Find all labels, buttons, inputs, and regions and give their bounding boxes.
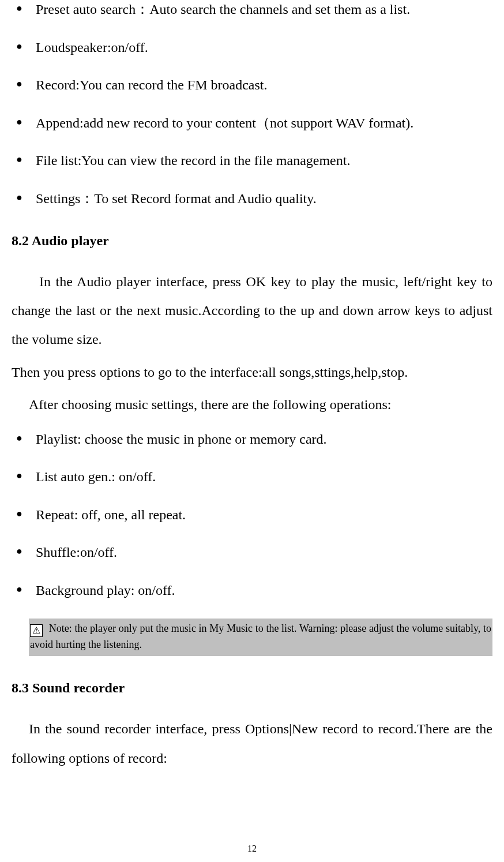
- list-item: Preset auto search：Auto search the chann…: [36, 0, 492, 20]
- page-number: 12: [0, 844, 504, 854]
- note-box: ⚠ Note: the player only put the music in…: [29, 619, 492, 656]
- page: Preset auto search：Auto search the chann…: [0, 0, 504, 862]
- warning-icon: ⚠: [30, 624, 43, 637]
- list-item: List auto gen.: on/off.: [36, 467, 492, 487]
- list-item: Record:You can record the FM broadcast.: [36, 76, 492, 95]
- list-item: Background play: on/off.: [36, 581, 492, 601]
- list-item: Settings：To set Record format and Audio …: [36, 189, 492, 209]
- list-item: Shuffle:on/off.: [36, 543, 492, 563]
- list-item: Playlist: choose the music in phone or m…: [36, 430, 492, 449]
- heading-sound-recorder: 8.3 Sound recorder: [12, 680, 492, 696]
- audio-player-para1: In the Audio player interface, press OK …: [12, 267, 492, 354]
- note-text: Note: the player only put the music in M…: [30, 623, 491, 650]
- fm-options-list: Preset auto search：Auto search the chann…: [12, 0, 492, 209]
- heading-audio-player: 8.2 Audio player: [12, 233, 492, 249]
- list-item: Append:add new record to your content（no…: [36, 114, 492, 133]
- list-item: Loudspeaker:on/off.: [36, 38, 492, 58]
- list-item: Repeat: off, one, all repeat.: [36, 505, 492, 525]
- audio-player-operations-line: After choosing music settings, there are…: [29, 390, 492, 419]
- audio-player-options-list: Playlist: choose the music in phone or m…: [12, 430, 492, 601]
- audio-player-para2: Then you press options to go to the inte…: [12, 358, 492, 387]
- list-item: File list:You can view the record in the…: [36, 151, 492, 171]
- sound-recorder-para1: In the sound recorder interface, press O…: [12, 714, 492, 773]
